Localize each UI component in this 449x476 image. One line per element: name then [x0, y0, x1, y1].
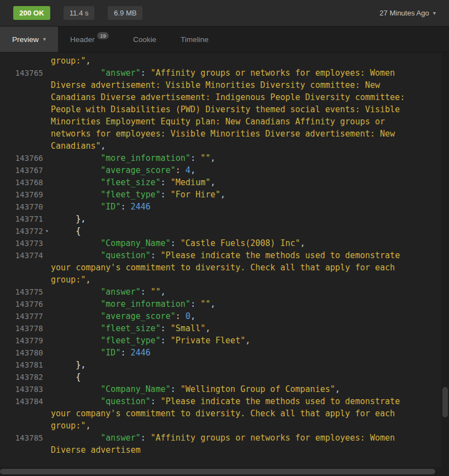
json-token-key: "answer" — [101, 287, 140, 297]
gutter: 143765 — [0, 67, 51, 79]
gutter: 143779 — [0, 334, 51, 347]
code-text: "question": "Please indicate the methods… — [51, 395, 415, 432]
json-token-str: "" — [200, 299, 210, 309]
line-number: 143771 — [15, 213, 43, 225]
gutter: 143783 — [0, 383, 51, 395]
json-token-plain: , — [86, 275, 91, 285]
json-token-str: "Wellington Group of Companies" — [181, 384, 335, 394]
gutter: 143784 — [0, 395, 51, 407]
json-token-plain: : — [161, 336, 171, 346]
code-line: 143783 "Company_Name": "Wellington Group… — [0, 383, 441, 395]
code-text: "answer": "", — [51, 286, 415, 298]
code-text: "ID": 2446 — [51, 347, 415, 359]
gutter: 143771 — [0, 213, 51, 225]
gutter: 143785 — [0, 432, 51, 444]
code-line: 143775 "answer": "", — [0, 286, 441, 298]
vertical-scrollbar[interactable] — [441, 53, 449, 467]
code-text: "Company_Name": "Wellington Group of Com… — [51, 383, 415, 395]
json-token-plain — [51, 165, 101, 175]
json-token-plain — [51, 190, 101, 200]
json-token-key: "fleet_type" — [101, 190, 160, 200]
gutter: 143777 — [0, 310, 51, 322]
gutter: 143776 — [0, 298, 51, 310]
json-token-key: "fleet_size" — [101, 323, 160, 333]
json-token-plain: , — [191, 311, 196, 321]
code-line: 143769 "fleet_type": "For Hire", — [0, 189, 441, 201]
json-token-num: 4 — [186, 165, 191, 175]
gutter: 143775 — [0, 286, 51, 298]
code-text: group:", — [51, 55, 415, 67]
code-line: 143770 "ID": 2446 — [0, 201, 441, 213]
json-token-plain — [51, 287, 101, 297]
json-token-num: 2446 — [131, 202, 151, 212]
json-token-key: "fleet_type" — [101, 336, 160, 346]
json-token-plain: : — [171, 384, 181, 394]
json-token-plain: , — [86, 421, 91, 431]
json-token-plain — [51, 323, 101, 333]
json-token-key: "question" — [101, 250, 150, 260]
fold-slot — [43, 383, 51, 395]
fold-slot — [43, 286, 51, 298]
json-token-plain — [51, 336, 101, 346]
response-meta-bar: 200 OK 11.4 s 6.9 MB 27 Minutes Ago ▾ — [0, 0, 449, 27]
fold-slot — [43, 201, 51, 213]
gutter: 143774 — [0, 249, 51, 261]
json-token-str: "For Hire" — [171, 190, 220, 200]
code-line: group:", — [0, 55, 441, 67]
json-token-plain: : — [176, 311, 186, 321]
json-token-plain — [51, 68, 101, 78]
json-token-plain — [51, 226, 76, 236]
tab-timeline[interactable]: Timeline — [168, 27, 221, 52]
gutter: 143780 — [0, 347, 51, 359]
tab-cookie[interactable]: Cookie — [121, 27, 168, 52]
json-token-key: "ID" — [101, 348, 120, 358]
code-text: "average_score": 0, — [51, 310, 415, 322]
json-token-plain — [51, 250, 101, 260]
json-token-plain — [51, 214, 76, 224]
fold-slot — [43, 237, 51, 249]
code-area[interactable]: group:",143765 "answer": "Affinity group… — [0, 53, 441, 467]
response-history-dropdown[interactable]: 27 Minutes Ago ▾ — [379, 9, 436, 17]
json-token-plain: : — [191, 153, 200, 163]
json-token-key: "question" — [101, 396, 150, 406]
fold-caret-icon[interactable]: ▾ — [43, 225, 51, 237]
fold-slot — [43, 213, 51, 225]
json-token-plain: : — [151, 250, 161, 260]
json-token-plain — [51, 433, 101, 443]
code-line: 143777 "average_score": 0, — [0, 310, 441, 322]
line-number: 143774 — [15, 249, 43, 261]
vertical-scrollbar-thumb[interactable] — [442, 387, 448, 417]
fold-slot — [43, 189, 51, 201]
code-line: 143778 "fleet_size": "Small", — [0, 322, 441, 334]
response-age-label: 27 Minutes Ago — [379, 9, 429, 17]
response-preview: group:",143765 "answer": "Affinity group… — [0, 53, 449, 476]
line-number: 143784 — [15, 395, 43, 407]
tab-preview[interactable]: Preview ▾ — [0, 27, 58, 52]
horizontal-scrollbar[interactable] — [0, 467, 449, 476]
json-token-plain: , — [161, 287, 166, 297]
gutter: 143782 — [0, 371, 51, 383]
tab-header[interactable]: Header 19 — [58, 27, 121, 52]
json-token-str: "Medium" — [171, 177, 210, 187]
fold-slot — [43, 347, 51, 359]
code-text: "Company_Name": "Castle Fuels(2008) Inc"… — [51, 237, 415, 249]
fold-slot — [43, 371, 51, 383]
line-number: 143768 — [15, 176, 43, 189]
status-badge: 200 OK — [13, 6, 50, 20]
json-token-plain: : — [141, 287, 151, 297]
json-token-plain — [51, 202, 101, 212]
line-number: 143772 — [15, 225, 43, 237]
line-number: 143781 — [15, 359, 43, 371]
line-number: 143776 — [15, 298, 43, 310]
json-token-punct: }, — [76, 214, 86, 224]
response-pane: 200 OK 11.4 s 6.9 MB 27 Minutes Ago ▾ Pr… — [0, 0, 449, 476]
json-token-punct: { — [76, 226, 81, 236]
chevron-down-icon: ▾ — [433, 11, 436, 16]
horizontal-scrollbar-thumb[interactable] — [0, 469, 435, 474]
json-token-plain: : — [191, 299, 200, 309]
fold-slot — [43, 395, 51, 407]
json-token-key: "more_information" — [101, 299, 191, 309]
fold-slot — [43, 334, 51, 347]
json-token-plain — [51, 153, 101, 163]
json-token-plain — [51, 396, 101, 406]
